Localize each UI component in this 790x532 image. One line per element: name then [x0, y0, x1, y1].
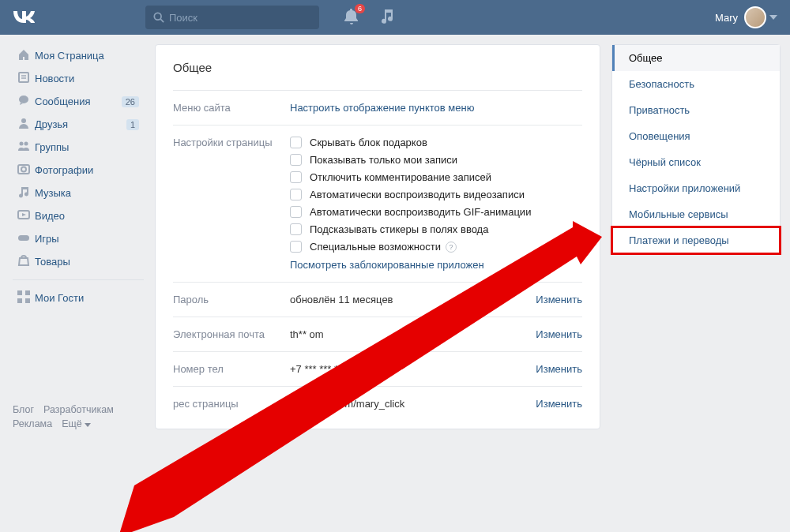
checkbox-row[interactable]: Автоматически воспроизводить видеозаписи: [290, 189, 582, 200]
settings-nav: ОбщееБезопасностьПриватностьОповещенияЧё…: [611, 44, 781, 429]
svg-line-1: [160, 19, 164, 22]
checkbox[interactable]: [290, 154, 302, 166]
top-header: Поиск 6 Mary: [0, 0, 790, 35]
checkbox-row[interactable]: Автоматически воспроизводить GIF-анимаци…: [290, 206, 582, 218]
sidebar-item-market[interactable]: Товары: [13, 250, 144, 273]
user-menu[interactable]: Mary: [715, 6, 777, 28]
sidebar-item-label: Моя Страница: [35, 50, 104, 62]
svg-rect-16: [25, 298, 30, 303]
sidebar-separator: [13, 279, 144, 280]
configure-menu-link[interactable]: Настроить отображение пунктов меню: [290, 102, 474, 114]
guests-icon: [17, 290, 35, 305]
sidebar-item-label: Сообщения: [35, 96, 91, 107]
music-button[interactable]: [381, 9, 393, 26]
settings-nav-item[interactable]: Настройки приложений: [612, 175, 780, 201]
change-password-link[interactable]: Изменить: [536, 294, 582, 305]
user-name: Mary: [715, 12, 738, 24]
search-input[interactable]: Поиск: [145, 6, 319, 29]
sidebar-item-news[interactable]: Новости: [13, 67, 144, 90]
chevron-down-icon: [85, 423, 91, 427]
settings-nav-item[interactable]: Платежи и переводы: [612, 227, 780, 253]
checkbox[interactable]: [290, 137, 302, 148]
messages-icon: [17, 94, 35, 109]
settings-nav-item[interactable]: Приватность: [612, 97, 780, 123]
vk-logo[interactable]: [13, 9, 35, 27]
section-phone: Номер тел +7 *** *** ** 15 Изменить: [173, 351, 582, 386]
section-label: Номер тел: [173, 363, 290, 375]
checkbox[interactable]: [290, 171, 302, 183]
sidebar-item-label: Друзья: [35, 118, 68, 130]
blocked-apps-link[interactable]: Посмотреть заблокированные приложен: [290, 259, 484, 271]
sidebar-item-games[interactable]: Игры: [13, 227, 144, 250]
checkbox-label: Специальные возможности: [310, 241, 441, 253]
svg-rect-2: [19, 73, 28, 82]
sidebar-item-label: Мои Гости: [35, 292, 84, 304]
change-email-link[interactable]: Изменить: [536, 328, 582, 340]
sidebar-item-label: Новости: [35, 73, 74, 84]
page-title: Общее: [173, 61, 582, 74]
sidebar-item-home[interactable]: Моя Страница: [13, 44, 144, 67]
svg-rect-14: [25, 290, 30, 295]
avatar: [744, 6, 766, 28]
search-icon: [153, 12, 164, 23]
sidebar-badge: 1: [126, 119, 139, 130]
checkbox-label: Скрывать блок подарков: [310, 137, 427, 148]
address-value: https://vk.com/mary_click: [290, 398, 404, 410]
footer-ads[interactable]: Реклама: [13, 418, 52, 429]
sidebar-item-label: Товары: [35, 256, 70, 268]
footer-more[interactable]: Ещё: [62, 418, 91, 429]
section-label: Меню сайта: [173, 102, 290, 114]
password-value: обновлён 11 месяцев: [290, 294, 393, 305]
market-icon: [17, 254, 35, 269]
section-email: Электронная почта th** om Изменить: [173, 317, 582, 351]
svg-point-5: [19, 96, 28, 103]
email-value: th** om: [290, 328, 324, 340]
sidebar-item-friends[interactable]: Друзья1: [13, 113, 144, 136]
settings-nav-item[interactable]: Оповещения: [612, 123, 780, 149]
checkbox-label: Подсказывать стикеры в полях ввода: [310, 223, 488, 235]
svg-point-0: [154, 13, 161, 20]
sidebar-item-guests[interactable]: Мои Гости: [13, 287, 144, 309]
footer-blog[interactable]: Блог: [13, 404, 34, 415]
checkbox-row[interactable]: Показывать только мои записи: [290, 154, 582, 166]
sidebar-item-photos[interactable]: Фотографии: [13, 159, 144, 182]
notifications-button[interactable]: 6: [344, 9, 359, 27]
sidebar-item-video[interactable]: Видео: [13, 204, 144, 227]
games-icon: [17, 231, 35, 246]
svg-point-6: [21, 118, 26, 123]
change-phone-link[interactable]: Изменить: [536, 363, 582, 375]
change-address-link[interactable]: Изменить: [536, 398, 582, 410]
sidebar-item-label: Музыка: [35, 187, 71, 199]
checkbox[interactable]: [290, 223, 302, 235]
home-icon: [17, 48, 35, 63]
groups-icon: [17, 140, 35, 155]
sidebar-item-label: Игры: [35, 233, 59, 245]
footer-developers[interactable]: Разработчикам: [43, 404, 114, 415]
settings-nav-item[interactable]: Безопасность: [612, 71, 780, 97]
svg-point-8: [24, 142, 28, 146]
sidebar-item-groups[interactable]: Группы: [13, 136, 144, 159]
checkbox[interactable]: [290, 241, 302, 253]
checkbox[interactable]: [290, 206, 302, 218]
checkbox[interactable]: [290, 189, 302, 200]
section-password: Пароль обновлён 11 месяцев Изменить: [173, 282, 582, 317]
settings-nav-item[interactable]: Чёрный список: [612, 149, 780, 175]
search-placeholder: Поиск: [169, 12, 198, 24]
section-address: рес страницы https://vk.com/mary_click И…: [173, 386, 582, 421]
sidebar-item-label: Группы: [35, 141, 69, 153]
section-label: рес страницы: [173, 398, 290, 410]
video-icon: [17, 208, 35, 223]
settings-nav-item[interactable]: Общее: [612, 45, 780, 71]
checkbox-row[interactable]: Отключить комментирование записей: [290, 171, 582, 183]
checkbox-row[interactable]: Подсказывать стикеры в полях ввода: [290, 223, 582, 235]
section-label: Настройки страницы: [173, 137, 290, 271]
checkbox-row[interactable]: Специальные возможности?: [290, 241, 582, 253]
help-icon[interactable]: ?: [446, 242, 457, 253]
checkbox-row[interactable]: Скрывать блок подарков: [290, 137, 582, 148]
header-icons: 6: [344, 9, 393, 27]
sidebar-item-messages[interactable]: Сообщения26: [13, 90, 144, 113]
settings-nav-item[interactable]: Мобильные сервисы: [612, 201, 780, 227]
sidebar-item-music[interactable]: Музыка: [13, 182, 144, 204]
notification-badge: 6: [355, 4, 365, 13]
sidebar-item-label: Фотографии: [35, 164, 93, 176]
